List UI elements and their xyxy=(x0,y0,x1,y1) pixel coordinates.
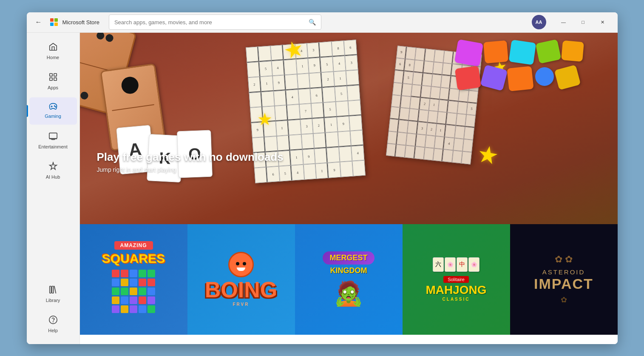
entertainment-icon xyxy=(48,131,58,142)
boing-main-text: BOING xyxy=(196,280,287,300)
game-cards-row: AMAZING SQUARES xyxy=(80,224,618,335)
svg-rect-1 xyxy=(54,18,58,22)
game-card-amazing-squares[interactable]: AMAZING SQUARES xyxy=(80,224,187,335)
ai-hub-icon xyxy=(48,162,58,173)
search-bar[interactable]: 🔍 xyxy=(109,14,321,30)
help-label: Help xyxy=(48,328,58,333)
svg-rect-5 xyxy=(54,73,56,76)
window-controls: — □ ✕ xyxy=(554,15,613,29)
gem-orange xyxy=(483,40,508,63)
gem-violet xyxy=(480,64,508,91)
star-2: ★ xyxy=(257,109,272,129)
svg-rect-3 xyxy=(54,23,58,26)
solitaire-label: Solitaire xyxy=(443,276,469,283)
gaming-icon xyxy=(48,103,58,112)
sidebar-item-home[interactable]: Home xyxy=(29,37,77,66)
gem-red xyxy=(454,66,481,90)
content-area: A K O .sc { border: 0.5px solid #aaa; di… xyxy=(80,33,618,344)
search-input[interactable] xyxy=(114,19,305,26)
svg-rect-6 xyxy=(49,78,52,80)
maximize-button[interactable]: □ xyxy=(573,15,593,29)
sidebar-item-help[interactable]: Help xyxy=(29,310,77,339)
boing-content: BOING FRVR xyxy=(187,243,295,316)
mahjong-title: MAHJONG xyxy=(411,284,502,296)
mummy-emoji: 🧟 xyxy=(304,279,394,308)
svg-point-19 xyxy=(49,316,57,324)
gaming-label: Gaming xyxy=(45,114,61,119)
minimize-button[interactable]: — xyxy=(554,15,573,29)
asteroid-flower: ✿ ✿ xyxy=(519,254,609,265)
hero-text-container: Play free games with no downloads Jump r… xyxy=(97,151,284,173)
asteroid-flower-bottom: ✿ xyxy=(519,295,609,305)
squares-grid xyxy=(112,270,155,313)
app-title: Microsoft Store xyxy=(62,19,99,26)
search-icon-button[interactable]: 🔍 xyxy=(309,19,316,26)
gem-green xyxy=(535,39,561,64)
library-label: Library xyxy=(46,298,60,303)
asteroid-content: ✿ ✿ ASTEROID IMPACT ✿ xyxy=(510,245,618,313)
game-card-boing[interactable]: BOING FRVR xyxy=(187,224,295,335)
entertainment-label: Entertainment xyxy=(38,144,67,150)
star-3: ★ xyxy=(475,140,501,171)
mahjong-tiles: 六 🌸 中 🌸 xyxy=(433,257,479,272)
gem-orange-2 xyxy=(507,66,533,91)
gem-yellow xyxy=(561,40,584,61)
amazing-squares-content: AMAZING SQUARES xyxy=(80,233,187,326)
sidebar: Home Apps xyxy=(27,33,80,344)
mergest-badge: MERGEST xyxy=(323,251,374,265)
game-card-mergest[interactable]: MERGEST KINGDOM 🧟 xyxy=(295,224,403,335)
svg-rect-4 xyxy=(49,73,52,76)
titlebar: ← Microsoft Store 🔍 AA — □ ✕ xyxy=(27,12,618,33)
svg-rect-18 xyxy=(52,286,54,293)
hero-banner[interactable]: A K O .sc { border: 0.5px solid #aaa; di… xyxy=(80,33,618,224)
sidebar-item-library[interactable]: Library xyxy=(29,280,77,308)
impact-text: IMPACT xyxy=(519,276,609,291)
svg-point-11 xyxy=(55,107,56,108)
apps-icon xyxy=(48,72,58,83)
mergest-title: MERGEST xyxy=(329,253,367,262)
hero-title: Play free games with no downloads xyxy=(97,151,284,164)
sidebar-item-entertainment[interactable]: Entertainment xyxy=(29,126,77,155)
svg-rect-7 xyxy=(54,78,56,80)
home-icon xyxy=(48,42,58,53)
kingdom-text: KINGDOM xyxy=(304,266,394,275)
boing-face xyxy=(228,252,254,277)
svg-point-20 xyxy=(53,322,53,322)
squares-title: SQUARES xyxy=(88,251,179,265)
svg-rect-12 xyxy=(49,133,57,139)
back-button[interactable]: ← xyxy=(32,15,45,29)
help-icon xyxy=(48,315,58,326)
gem-blue-circle xyxy=(535,67,554,86)
sidebar-item-ai-hub[interactable]: AI Hub xyxy=(29,157,77,185)
gem-yellow-2 xyxy=(554,65,581,90)
ai-hub-label: AI Hub xyxy=(46,174,60,180)
svg-point-10 xyxy=(54,106,55,107)
game-card-mahjong[interactable]: 六 🌸 中 🌸 Solitaire MAHJONG CLASSIC xyxy=(403,224,510,335)
apps-label: Apps xyxy=(48,85,58,91)
hero-subtitle: Jump right in and start playing xyxy=(97,166,284,173)
sidebar-item-gaming[interactable]: Gaming xyxy=(29,97,77,125)
mergest-content: MERGEST KINGDOM 🧟 xyxy=(295,243,403,316)
main-window: ← Microsoft Store 🔍 AA — □ ✕ xyxy=(27,12,618,344)
svg-rect-2 xyxy=(50,23,54,26)
game-card-asteroid[interactable]: ✿ ✿ ASTEROID IMPACT ✿ xyxy=(510,224,618,335)
classic-label: CLASSIC xyxy=(411,297,502,302)
gem-purple xyxy=(454,39,483,67)
main-layout: Home Apps xyxy=(27,33,618,344)
gem-cyan xyxy=(508,40,536,65)
close-button[interactable]: ✕ xyxy=(593,15,613,29)
home-label: Home xyxy=(47,55,59,60)
store-icon xyxy=(50,18,58,26)
amazing-badge: AMAZING xyxy=(114,241,153,250)
asteroid-top: ASTEROID xyxy=(519,268,609,276)
mahjong-content: 六 🌸 中 🌸 Solitaire MAHJONG CLASSIC xyxy=(403,249,510,310)
gems-container xyxy=(452,37,613,94)
avatar[interactable]: AA xyxy=(532,15,546,29)
library-icon xyxy=(48,285,58,296)
boing-frvr-text: FRVR xyxy=(196,302,287,307)
sidebar-item-apps[interactable]: Apps xyxy=(29,67,77,96)
svg-rect-17 xyxy=(49,286,51,293)
svg-rect-0 xyxy=(50,18,54,22)
